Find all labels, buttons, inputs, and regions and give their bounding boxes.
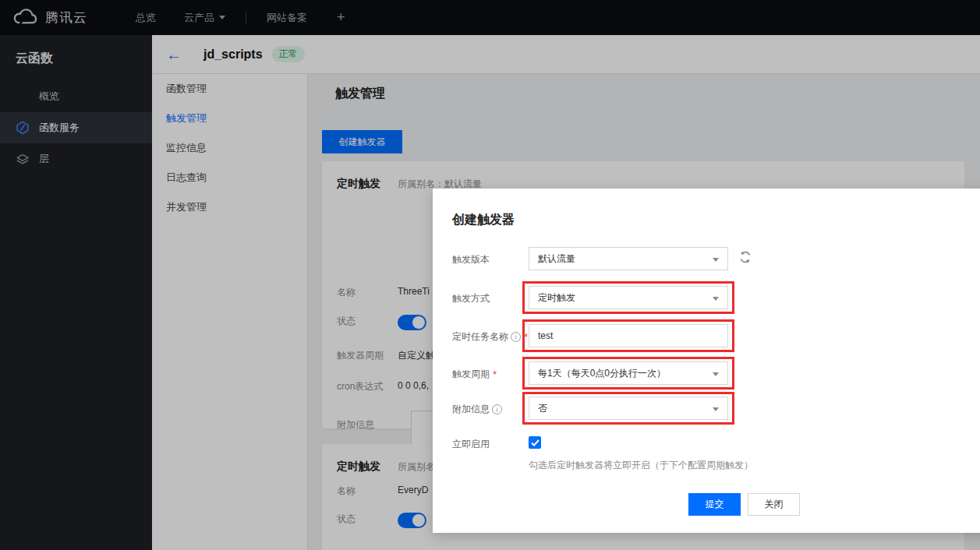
refresh-icon[interactable] bbox=[738, 250, 752, 266]
trigger-cycle-select[interactable]: 每1天（每天0点0分执行一次） bbox=[529, 361, 728, 385]
enable-now-hint: 勾选后定时触发器将立即开启（于下个配置周期触发） bbox=[529, 459, 753, 472]
label-trigger-cycle: 触发周期 * bbox=[452, 368, 497, 381]
label-text: 触发周期 bbox=[452, 368, 490, 381]
close-button[interactable]: 关闭 bbox=[748, 493, 800, 516]
chevron-down-icon bbox=[713, 258, 719, 262]
label-text: 立即启用 bbox=[452, 438, 490, 451]
label-trigger-type: 触发方式 bbox=[452, 292, 490, 305]
info-icon: i bbox=[511, 332, 521, 342]
label-task-name: 定时任务名称 i * bbox=[452, 330, 528, 344]
extra-info-select[interactable]: 否 bbox=[529, 397, 728, 420]
task-name-input[interactable]: test bbox=[529, 324, 728, 347]
modal-title: 创建触发器 bbox=[452, 212, 515, 228]
chevron-down-icon bbox=[713, 372, 719, 376]
trigger-version-select[interactable]: 默认流量 bbox=[529, 247, 728, 270]
label-enable-now: 立即启用 bbox=[452, 438, 490, 451]
select-value: 否 bbox=[538, 402, 547, 415]
label-text: 定时任务名称 bbox=[452, 330, 508, 344]
chevron-down-icon bbox=[713, 297, 719, 301]
create-trigger-modal: 创建触发器 触发版本 默认流量 触发方式 定时触发 定时任务名称 i * tes… bbox=[433, 189, 980, 533]
trigger-type-select[interactable]: 定时触发 bbox=[529, 286, 728, 309]
select-value: 默认流量 bbox=[538, 252, 575, 266]
chevron-down-icon bbox=[713, 407, 719, 411]
required-asterisk: * bbox=[524, 331, 528, 343]
check-icon bbox=[531, 439, 540, 446]
select-value: 定时触发 bbox=[538, 291, 575, 305]
label-text: 附加信息 bbox=[452, 403, 490, 416]
label-text: 触发版本 bbox=[452, 253, 490, 266]
submit-button[interactable]: 提交 bbox=[688, 493, 741, 516]
label-text: 触发方式 bbox=[452, 292, 490, 305]
select-value: 每1天（每天0点0分执行一次） bbox=[538, 367, 666, 380]
label-trigger-version: 触发版本 bbox=[452, 253, 490, 266]
label-extra-info: 附加信息 i bbox=[452, 403, 502, 416]
required-asterisk: * bbox=[493, 368, 497, 380]
enable-now-checkbox[interactable] bbox=[529, 436, 541, 449]
info-icon: i bbox=[492, 404, 502, 414]
input-value: test bbox=[538, 330, 553, 341]
